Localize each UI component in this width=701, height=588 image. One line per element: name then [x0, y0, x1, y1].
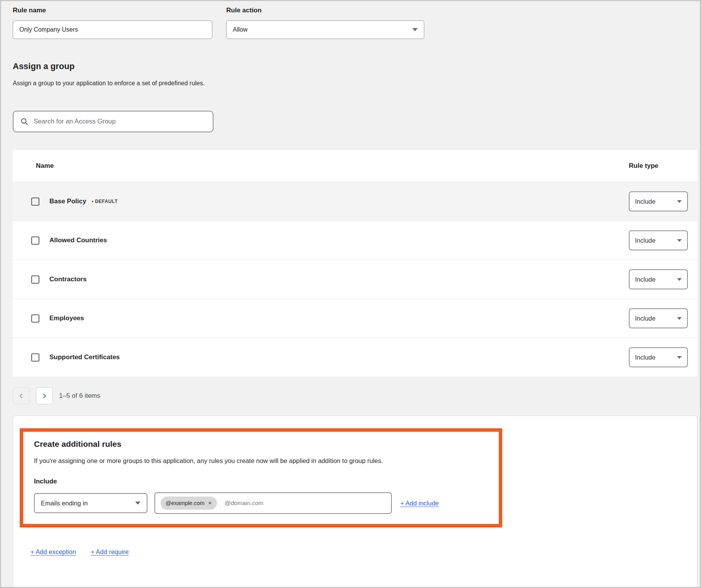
row-name-cell: Supported Certificates [13, 353, 629, 362]
email-domain-input[interactable] [225, 500, 386, 507]
rule-type-value: Include [635, 198, 655, 205]
tag-value: @example.com [166, 500, 205, 506]
highlight-box: Create additional rules If you're assign… [20, 428, 502, 527]
pagination-label: 1–5 of 6 items [59, 392, 100, 400]
row-checkbox[interactable] [31, 198, 39, 206]
add-exception-link[interactable]: + Add exception [30, 548, 76, 556]
rule-type-select[interactable]: Include [629, 230, 688, 250]
column-header-name: Name [13, 162, 629, 170]
remove-tag-icon[interactable]: ✕ [208, 500, 212, 506]
group-table-body: Base Policy • DEFAULT Include Allowed Co… [13, 182, 698, 377]
rule-name-input[interactable] [13, 20, 212, 39]
additional-rules-heading: Create additional rules [34, 439, 488, 449]
rule-name-field: Rule name [13, 7, 212, 39]
rule-type-value: Include [635, 237, 655, 244]
row-checkbox[interactable] [31, 275, 39, 284]
caret-down-icon [677, 317, 682, 320]
rule-criteria-value: Emails ending in [41, 500, 88, 507]
rule-type-cell: Include [629, 269, 698, 289]
assign-group-description: Assign a group to your application to en… [13, 80, 698, 87]
add-require-link[interactable]: + Add require [91, 548, 129, 556]
rule-type-select[interactable]: Include [629, 269, 688, 289]
row-name-cell: Contractors [13, 275, 629, 284]
rule-type-select[interactable]: Include [629, 308, 688, 328]
app-viewport: Rule name Rule action Allow Assign a gro… [0, 0, 701, 588]
rule-name-label: Rule name [13, 7, 212, 14]
row-name: Employees [49, 314, 84, 322]
column-header-rule-type: Rule type [629, 162, 698, 170]
table-row: Allowed Countries Include [13, 221, 698, 260]
caret-down-icon [677, 200, 682, 203]
table-row: Supported Certificates Include [13, 338, 698, 377]
row-badge: • DEFAULT [91, 199, 117, 204]
row-checkbox[interactable] [31, 237, 39, 245]
rule-action-select[interactable]: Allow [226, 20, 424, 39]
row-checkbox[interactable] [31, 314, 39, 323]
next-page-button[interactable] [36, 387, 53, 404]
page: Rule name Rule action Allow Assign a gro… [1, 7, 700, 588]
search-icon [20, 118, 28, 125]
rule-type-select[interactable]: Include [629, 191, 688, 211]
rule-type-cell: Include [629, 347, 698, 367]
caret-down-icon [677, 278, 682, 281]
rule-type-select[interactable]: Include [629, 347, 688, 367]
rule-form: Rule name Rule action Allow [13, 7, 698, 39]
chevron-right-icon [41, 393, 47, 399]
row-name: Base Policy [49, 198, 86, 205]
rule-type-cell: Include [629, 230, 698, 250]
add-include-link[interactable]: + Add include [400, 500, 439, 507]
table-row: Contractors Include [13, 260, 698, 299]
rule-action-label: Rule action [226, 7, 424, 14]
pagination: 1–5 of 6 items [13, 387, 698, 404]
row-name: Contractors [49, 275, 86, 283]
rule-type-cell: Include [629, 308, 698, 328]
table-row: Base Policy • DEFAULT Include [13, 182, 698, 221]
row-name-cell: Base Policy • DEFAULT [13, 198, 629, 206]
table-row: Employees Include [13, 299, 698, 338]
table-header: Name Rule type [13, 150, 698, 182]
include-label: Include [34, 478, 488, 485]
access-group-search[interactable] [13, 111, 213, 132]
rule-action-field: Rule action Allow [226, 7, 424, 39]
caret-down-icon [135, 502, 141, 505]
row-name-cell: Employees [13, 314, 629, 323]
row-checkbox[interactable] [31, 353, 39, 362]
row-name-cell: Allowed Countries [13, 237, 629, 245]
email-domain-tag: @example.com ✕ [161, 497, 217, 510]
chevron-left-icon [18, 393, 24, 399]
additional-rules-panel: Create additional rules If you're assign… [13, 416, 698, 588]
previous-page-button[interactable] [13, 387, 30, 404]
additional-rules-description: If you're assigning one or more groups t… [34, 457, 488, 465]
caret-down-icon [677, 356, 682, 359]
search-input[interactable] [34, 118, 206, 125]
include-rule-row: Emails ending in @example.com ✕ + Add in… [34, 492, 488, 514]
rule-action-value: Allow [233, 26, 247, 33]
row-name: Supported Certificates [49, 353, 120, 361]
rule-criteria-select[interactable]: Emails ending in [34, 493, 147, 513]
rule-type-cell: Include [629, 191, 698, 211]
rule-type-value: Include [635, 276, 655, 283]
email-domain-tag-input[interactable]: @example.com ✕ [154, 492, 392, 514]
access-groups-table: Name Rule type Base Policy • DEFAULT Inc… [13, 150, 698, 377]
caret-down-icon [677, 239, 682, 242]
rule-type-value: Include [635, 354, 655, 361]
rule-type-value: Include [635, 315, 655, 322]
rule-links-row: + Add exception + Add require [20, 548, 691, 556]
row-name: Allowed Countries [49, 237, 107, 244]
caret-down-icon [412, 28, 418, 31]
assign-group-heading: Assign a group [13, 61, 698, 71]
